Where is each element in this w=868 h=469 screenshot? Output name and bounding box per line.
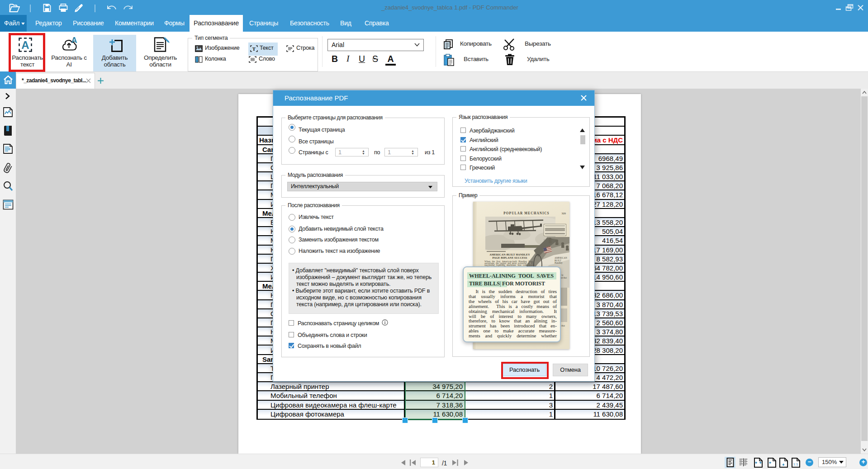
svg-text:1:1: 1:1 [793, 462, 798, 466]
svg-text:T: T [252, 46, 256, 52]
svg-text:A: A [71, 37, 77, 45]
